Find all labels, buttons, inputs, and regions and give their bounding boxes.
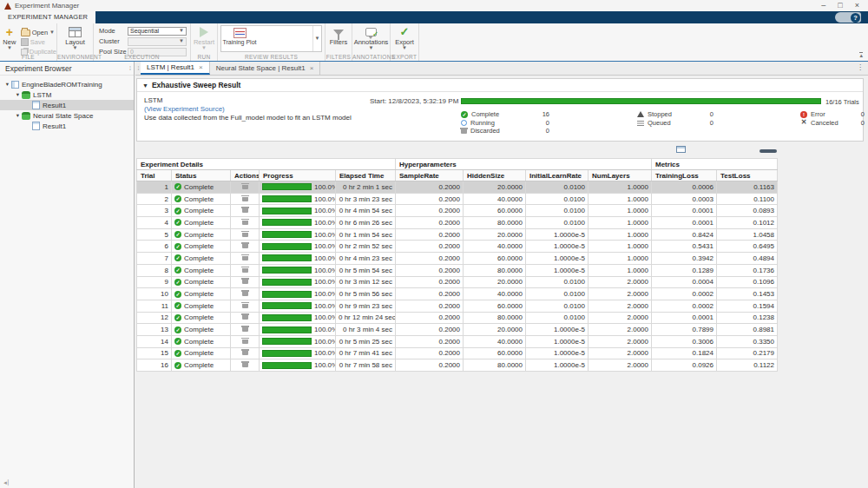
- table-row[interactable]: 13✓Complete100.0%0 hr 3 min 4 sec0.20002…: [137, 324, 778, 336]
- discard-button[interactable]: [242, 302, 248, 308]
- table-row[interactable]: 5✓Complete100.0%0 hr 1 min 54 sec0.20002…: [137, 228, 778, 241]
- tree-item[interactable]: ▾LSTM: [0, 89, 134, 100]
- document-tab[interactable]: Neural State Space | Result1×: [210, 62, 321, 75]
- mode-select[interactable]: Sequential ▼: [128, 27, 187, 36]
- panel-handle-icon[interactable]: ⁞: [129, 65, 130, 71]
- column-header[interactable]: TestLoss: [717, 170, 778, 181]
- status-group-1: ✓Complete16Running0Discarded0: [461, 110, 549, 135]
- document-tab[interactable]: LSTM | Result1×: [141, 62, 210, 75]
- document-tab-bar: ⁞ LSTM | Result1×Neural State Space | Re…: [135, 62, 868, 76]
- progress-bar: [262, 302, 312, 309]
- num-layers-cell: 2.0000: [589, 276, 652, 288]
- tree-expand-icon[interactable]: ▾: [14, 91, 22, 98]
- sample-rate-cell: 0.2000: [396, 359, 464, 372]
- table-row[interactable]: 7✓Complete100.0%0 hr 4 min 23 sec0.20006…: [137, 253, 778, 265]
- table-row[interactable]: 6✓Complete100.0%0 hr 2 min 52 sec0.20004…: [137, 241, 778, 253]
- tree-item[interactable]: Result1: [0, 121, 134, 131]
- num-layers-cell: 2.0000: [589, 312, 652, 324]
- view-experiment-source-link[interactable]: (View Experiment Source): [144, 105, 352, 114]
- sample-rate-cell: 0.2000: [396, 228, 464, 241]
- training-loss-cell: 0.5431: [652, 241, 717, 253]
- status-text: Complete: [184, 242, 214, 250]
- discard-button[interactable]: [242, 290, 248, 296]
- tree-item[interactable]: ▾Neural State Space: [0, 110, 134, 121]
- status-flex: ✓Complete: [174, 302, 227, 310]
- tab-close-icon[interactable]: ×: [199, 63, 203, 71]
- table-row[interactable]: 16✓Complete100.0%0 hr 7 min 58 sec0.2000…: [137, 359, 778, 372]
- filter-funnel-icon: [333, 30, 344, 36]
- tab-close-icon[interactable]: ×: [310, 64, 314, 72]
- discard-button[interactable]: [242, 219, 248, 225]
- discard-button[interactable]: [242, 278, 248, 284]
- status-count: 16: [542, 110, 549, 118]
- elapsed-time-cell: 0 hr 2 min 1 sec: [336, 181, 396, 194]
- table-row[interactable]: 14✓Complete100.0%0 hr 5 min 25 sec0.2000…: [137, 335, 778, 347]
- table-row[interactable]: 9✓Complete100.0%0 hr 3 min 12 sec0.20002…: [137, 276, 778, 288]
- tab-overflow-icon[interactable]: ⋮: [857, 62, 868, 75]
- minimize-button[interactable]: –: [821, 0, 825, 11]
- table-row[interactable]: 12✓Complete100.0%0 hr 12 min 24 sec0.200…: [137, 312, 778, 324]
- test-loss-cell: 0.6495: [717, 241, 778, 253]
- open-button[interactable]: Open ▼: [19, 28, 56, 37]
- help-button[interactable]: ?: [835, 12, 861, 23]
- table-row[interactable]: 10✓Complete100.0%0 hr 5 min 56 sec0.2000…: [137, 288, 778, 300]
- tree-item[interactable]: Result1: [0, 100, 134, 110]
- training-plot-button[interactable]: Training Plot: [221, 26, 258, 51]
- collapse-ribbon-icon[interactable]: ▴: [859, 52, 863, 58]
- progress-flex: 100.0%: [262, 231, 332, 239]
- maximize-button[interactable]: □: [838, 0, 842, 11]
- save-button[interactable]: Save: [19, 37, 56, 47]
- progress-percent: 100.0%: [314, 338, 336, 346]
- column-header[interactable]: Elapsed Time: [336, 170, 396, 181]
- discard-button[interactable]: [242, 242, 248, 248]
- status-flex: ✓Complete: [174, 349, 227, 357]
- table-row[interactable]: 15✓Complete100.0%0 hr 7 min 41 sec0.2000…: [137, 347, 778, 359]
- gallery-expand-button[interactable]: ▼: [312, 26, 321, 51]
- tree-expand-icon[interactable]: ▾: [3, 81, 11, 88]
- status-text: Complete: [184, 278, 214, 286]
- discard-button[interactable]: [242, 313, 248, 320]
- discard-button[interactable]: [242, 326, 248, 332]
- num-layers-cell: 1.0000: [589, 193, 652, 205]
- column-header[interactable]: NumLayers: [589, 170, 652, 181]
- tree-expand-icon[interactable]: ▾: [14, 112, 22, 119]
- discard-button[interactable]: [242, 207, 248, 213]
- cluster-select[interactable]: ▼: [128, 37, 187, 46]
- table-row[interactable]: 1✓Complete100.0%0 hr 2 min 1 sec0.200020…: [137, 181, 778, 194]
- sample-rate-cell: 0.2000: [396, 193, 464, 205]
- close-button[interactable]: ×: [855, 0, 859, 11]
- section-export: ✓ Export ▼ EXPORT: [391, 23, 419, 61]
- actions-cell: [231, 193, 260, 205]
- table-row[interactable]: 3✓Complete100.0%0 hr 4 min 54 sec0.20006…: [137, 205, 778, 217]
- column-header[interactable]: TrainingLoss: [652, 170, 717, 181]
- column-header[interactable]: Trial: [137, 170, 172, 181]
- discard-button[interactable]: [242, 349, 248, 355]
- table-view-icon[interactable]: [676, 146, 686, 153]
- num-layers-cell: 1.0000: [589, 253, 652, 265]
- discard-button[interactable]: [242, 338, 248, 344]
- column-header[interactable]: Status: [172, 170, 231, 181]
- ribbon-tab-experiment-manager[interactable]: EXPERIMENT MANAGER: [0, 11, 95, 23]
- discard-button[interactable]: [242, 267, 248, 273]
- table-row[interactable]: 11✓Complete100.0%0 hr 9 min 23 sec0.2000…: [137, 300, 778, 312]
- column-header[interactable]: SampleRate: [396, 170, 464, 181]
- actions-cell: [231, 264, 260, 276]
- discard-button[interactable]: [242, 254, 248, 260]
- test-loss-cell: 0.4894: [717, 253, 778, 265]
- discard-button[interactable]: [242, 361, 248, 367]
- column-header[interactable]: HiddenSize: [464, 170, 526, 181]
- column-header[interactable]: InitialLearnRate: [526, 170, 589, 181]
- discard-button[interactable]: [242, 183, 248, 189]
- column-header[interactable]: Progress: [260, 170, 336, 181]
- mini-scrollbar-thumb[interactable]: [760, 149, 777, 153]
- tree-item[interactable]: ▾EngineBladeROMTraining: [0, 79, 134, 89]
- table-row[interactable]: 4✓Complete100.0%0 hr 6 min 26 sec0.20008…: [137, 217, 778, 229]
- table-row[interactable]: 2✓Complete100.0%0 hr 3 min 23 sec0.20004…: [137, 193, 778, 205]
- sample-rate-cell: 0.2000: [396, 181, 464, 194]
- sweep-result-header[interactable]: ▼ Exhaustive Sweep Result: [137, 79, 863, 92]
- table-row[interactable]: 8✓Complete100.0%0 hr 5 min 54 sec0.20008…: [137, 264, 778, 276]
- column-header[interactable]: Actions: [231, 170, 260, 181]
- discard-button[interactable]: [242, 231, 248, 237]
- discard-button[interactable]: [242, 195, 248, 201]
- sample-rate-cell: 0.2000: [396, 253, 464, 265]
